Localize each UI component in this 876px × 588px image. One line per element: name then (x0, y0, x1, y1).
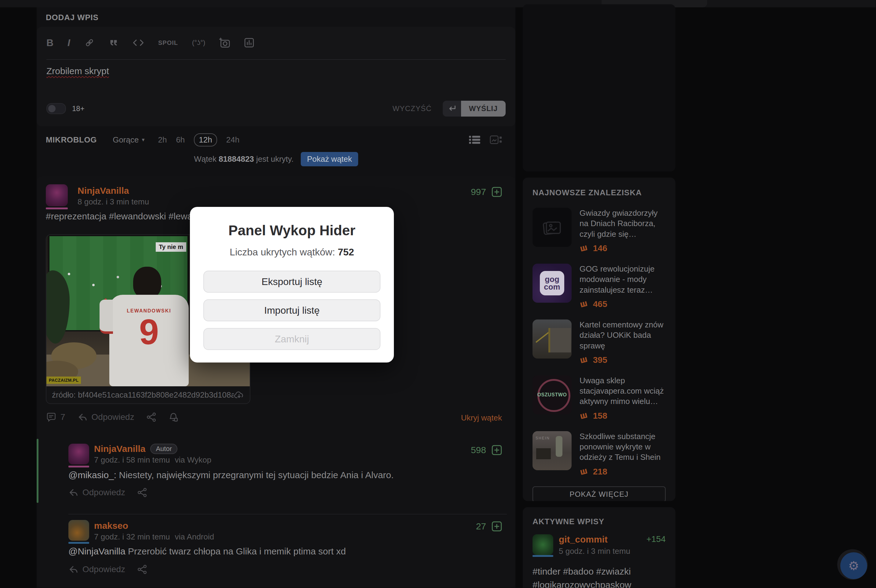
spoiler-button[interactable]: SPOIL (158, 39, 178, 46)
comment-timestamp: 7 godz. i 32 min temu (94, 532, 170, 542)
modal-title: Panel Wykop Hider (190, 222, 394, 238)
comment-score: 598 (471, 445, 486, 455)
wykop-page: DODAJ WPIS B I (0, 0, 876, 588)
filter-24h[interactable]: 24h (226, 135, 239, 145)
image-source-text: źródło: bf404e51caca1163f2b808e2482d92b3… (52, 390, 234, 400)
finding-item[interactable]: Kartel cementowy znów działa? UOKiK bada… (532, 320, 666, 365)
adult-toggle[interactable] (47, 103, 66, 114)
gender-indicator (68, 466, 89, 468)
mikroblog-title: MIKROBLOG (46, 135, 97, 145)
active-entry-score: +154 (646, 534, 666, 544)
add-photo-icon[interactable] (219, 38, 230, 48)
export-list-button[interactable]: Eksportuj listę (203, 271, 380, 292)
hidden-count-label: Liczba ukrytych wątków: 752 (190, 246, 394, 258)
comment-text: @NinjaVanilla Przerobić twarz chłopa na … (68, 546, 346, 556)
finding-item[interactable]: SHEIN Szkodliwe substancje ponownie wykr… (532, 431, 666, 477)
reply-button[interactable]: Odpowiedz (78, 412, 134, 422)
finding-item[interactable]: OSZUSTWO Uwaga sklep stacjavapera.com wc… (532, 375, 666, 421)
enter-key-icon[interactable] (443, 101, 461, 117)
ad-placeholder: ad (523, 4, 675, 171)
reply-button[interactable]: Odpowiedz (68, 564, 125, 574)
plus-vote-button[interactable] (491, 187, 502, 197)
gender-indicator (68, 542, 89, 544)
show-thread-button[interactable]: Pokaż wątek (301, 152, 358, 166)
active-entries-title: AKTYWNE WPISY (532, 517, 666, 526)
plus-vote-button[interactable] (491, 445, 502, 455)
bold-button[interactable]: B (47, 37, 53, 48)
mention-link[interactable]: @mikasio_: (68, 470, 116, 480)
finding-item[interactable]: gog com GOG rewolucjonizuje modowanie - … (532, 264, 666, 309)
finding-item[interactable]: Gwiazdy gwiazdorzyły na Dniach Raciborza… (532, 208, 666, 253)
active-entries-panel: AKTYWNE WPISY git_commit 5 godz. i 3 min… (523, 507, 675, 588)
hidden-thread-text: Wątek 81884823 jest ukryty. (194, 154, 293, 164)
reply-button[interactable]: Odpowiedz (68, 488, 125, 497)
hidden-count-value: 752 (338, 246, 354, 258)
chevron-down-icon: ▾ (142, 136, 144, 143)
comment-score: 27 (476, 521, 486, 531)
filter-6h[interactable]: 6h (176, 135, 185, 145)
comment-author[interactable]: makseo (94, 520, 128, 531)
filter-12h-active[interactable]: 12h (194, 134, 217, 147)
media-view-icon[interactable] (490, 135, 502, 144)
cloud-download-icon[interactable] (234, 391, 244, 399)
plus-vote-button[interactable] (491, 521, 502, 531)
avatar[interactable] (68, 444, 89, 464)
comment-author[interactable]: NinjaVanilla (94, 444, 145, 454)
send-button[interactable]: WYŚLIJ (461, 101, 506, 117)
import-list-button[interactable]: Importuj listę (203, 299, 380, 321)
italic-button[interactable]: I (68, 37, 70, 48)
oszustwo-thumbnail: OSZUSTWO (532, 375, 572, 414)
post-score: 997 (471, 187, 486, 197)
wykop-fist-icon (580, 412, 588, 420)
hide-thread-link[interactable]: Ukryj wątek (461, 413, 502, 423)
quote-icon[interactable] (109, 38, 119, 48)
active-entry-author[interactable]: git_commit (559, 534, 630, 544)
active-entry-timestamp: 5 godz. i 3 min temu (559, 546, 630, 556)
watermark: PACZAIZM.PL (47, 376, 81, 384)
finding-title: Szkodliwe substancje ponownie wykryte w … (580, 431, 666, 463)
active-entry-tags[interactable]: #tinder #badoo #zwiazki #logikarozowychp… (532, 565, 666, 588)
share-icon[interactable] (137, 564, 147, 574)
findings-title: NAJNOWSZE ZNALEZISKA (532, 188, 666, 197)
mute-bell-icon[interactable] (168, 412, 178, 422)
link-icon[interactable] (84, 38, 95, 48)
code-icon[interactable] (132, 39, 144, 46)
gear-icon: ⚙ (848, 559, 859, 573)
wykop-fist-icon (580, 468, 588, 476)
poll-chart-icon[interactable] (244, 38, 254, 48)
avatar[interactable] (46, 184, 68, 206)
active-entry[interactable]: git_commit 5 godz. i 3 min temu +154 (532, 534, 666, 557)
composer: B I (37, 27, 515, 126)
share-icon[interactable] (137, 488, 147, 497)
comment-timestamp: 7 godz. i 58 min temu (94, 455, 170, 465)
clear-button[interactable]: WYCZYŚĆ (392, 104, 431, 113)
lenny-face-button[interactable]: (°ʖ°) (192, 39, 205, 46)
sort-dropdown[interactable]: Gorące ▾ (113, 135, 144, 145)
finding-title: Uwaga sklep stacjavapera.com wciąż aktyw… (580, 375, 666, 407)
gog-thumbnail: gog com (532, 264, 572, 303)
avatar[interactable] (532, 534, 553, 555)
avatar[interactable] (68, 520, 89, 541)
finding-title: Kartel cementowy znów działa? UOKiK bada… (580, 320, 666, 351)
author-badge: Autor (150, 444, 177, 454)
mention-link[interactable]: @NinjaVanilla (68, 546, 126, 556)
show-more-button[interactable]: POKAŻ WIĘCEJ (532, 486, 666, 501)
finding-score: 218 (593, 467, 607, 477)
list-view-icon[interactable] (469, 135, 481, 144)
composer-toolbar: B I (47, 34, 254, 51)
person-head (133, 267, 161, 298)
settings-fab[interactable]: ⚙ (840, 552, 867, 579)
composer-input[interactable]: Zrobilem skrypt (47, 66, 109, 76)
adult-label: 18+ (72, 104, 84, 113)
close-modal-button[interactable]: Zamknij (203, 328, 380, 350)
gender-indicator (532, 555, 553, 557)
top-header-bar (0, 0, 876, 8)
comments-count-button[interactable]: 7 (46, 412, 65, 422)
share-icon[interactable] (147, 412, 156, 422)
tv-caption-text: Ty nie m (156, 242, 186, 252)
filter-2h[interactable]: 2h (158, 135, 167, 145)
post-author[interactable]: NinjaVanilla (78, 186, 129, 196)
finding-title: GOG rewolucjonizuje modowanie - mody zai… (580, 264, 666, 295)
new-comment-indicator (37, 439, 39, 503)
comment-via: via Wykop (175, 455, 212, 465)
